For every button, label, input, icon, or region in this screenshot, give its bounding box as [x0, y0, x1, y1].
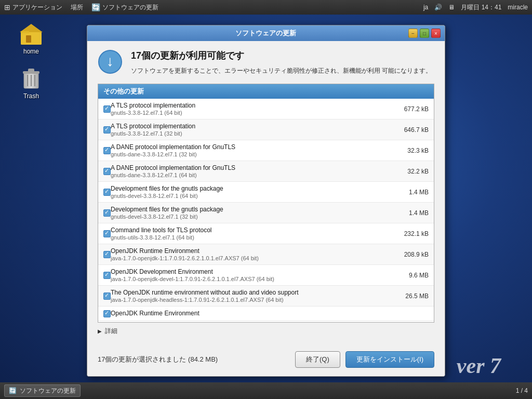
item-package: gnutls-3.3.8-12.el7.1 (32 bit): [111, 130, 387, 137]
network-icon[interactable]: 🖥: [448, 4, 455, 11]
item-name: OpenJDK Runtime Environment: [111, 247, 387, 255]
update-checkbox[interactable]: [103, 272, 111, 279]
item-info: OpenJDK Runtime Environmentjava-1.7.0-op…: [111, 247, 387, 261]
dialog-footer: 17個の更新が選択されました (84.2 MB) 終了(Q) 更新をインストール…: [87, 347, 445, 376]
taskbar-pager: 1 / 4: [516, 387, 528, 394]
item-name: A TLS protocol implementation: [111, 123, 387, 130]
lang-indicator[interactable]: ja: [423, 4, 428, 11]
update-checkbox[interactable]: [103, 251, 111, 258]
close-quit-button[interactable]: 終了(Q): [295, 351, 340, 368]
app-menu[interactable]: ⊞ アプリケーション: [4, 3, 62, 12]
dialog-titlebar: ソフトウェアの更新 − □ ×: [87, 25, 445, 41]
item-size: 646.7 kB: [387, 126, 429, 134]
item-size: 208.9 kB: [387, 251, 429, 258]
svg-text:↓: ↓: [107, 53, 114, 69]
update-checkbox[interactable]: [103, 126, 111, 134]
table-row[interactable]: Development files for the gnutls package…: [98, 182, 434, 203]
table-row[interactable]: Command line tools for TLS protocolgnutl…: [98, 223, 434, 244]
item-info: A DANE protocol implementation for GnuTL…: [111, 164, 387, 178]
item-package: gnutls-utils-3.3.8-12.el7.1 (64 bit): [111, 234, 387, 241]
item-name: A DANE protocol implementation for GnuTL…: [111, 143, 387, 151]
dialog-header: ↓ 17個の更新が利用可能です ソフトウェアを更新することで、エラーやセキュリテ…: [98, 49, 434, 75]
table-row[interactable]: A TLS protocol implementationgnutls-3.3.…: [98, 119, 434, 140]
taskbar-top: ⊞ アプリケーション 場所 🔄 ソフトウェアの更新 ja 🔊 🖥 月曜日 14：…: [0, 0, 532, 15]
update-list[interactable]: その他の更新 A TLS protocol implementationgnut…: [98, 84, 434, 323]
volume-icon[interactable]: 🔊: [434, 4, 442, 11]
update-checkbox[interactable]: [103, 189, 111, 196]
update-checkbox[interactable]: [103, 310, 111, 317]
item-package: gnutls-dane-3.3.8-12.el7.1 (64 bit): [111, 172, 387, 178]
item-package: gnutls-devel-3.3.8-12.el7.1 (64 bit): [111, 193, 387, 199]
item-name: A TLS protocol implementation: [111, 102, 387, 109]
details-label: 詳細: [105, 327, 117, 336]
update-checkbox[interactable]: [103, 105, 111, 113]
update-icon: ↓: [98, 49, 123, 74]
update-checkbox[interactable]: [103, 209, 111, 217]
taskbar-app-item[interactable]: 🔄 ソフトウェアの更新: [4, 384, 81, 397]
taskbar-app-label: ソフトウェアの更新: [20, 387, 76, 395]
install-button[interactable]: 更新をインストール(I): [345, 351, 434, 368]
item-info: The OpenJDK runtime environment without …: [111, 289, 387, 303]
item-package: java-1.7.0-openjdk-headless-1:1.7.0.91-2…: [111, 297, 387, 303]
taskbar-top-right: ja 🔊 🖥 月曜日 14：41 miracle: [423, 3, 528, 12]
table-row[interactable]: OpenJDK Development Environmentjava-1.7.…: [98, 265, 434, 286]
item-info: OpenJDK Development Environmentjava-1.7.…: [111, 268, 387, 282]
close-button[interactable]: ×: [431, 29, 441, 38]
update-checkbox[interactable]: [103, 147, 111, 154]
update-checkbox[interactable]: [103, 230, 111, 237]
item-package: java-1.7.0-openjdk-devel-1:1.7.0.91-2.6.…: [111, 276, 387, 282]
taskbar-bottom: 🔄 ソフトウェアの更新 1 / 4: [0, 382, 532, 399]
item-name: The OpenJDK runtime environment without …: [111, 289, 387, 296]
item-name: Development files for the gnutls package: [111, 185, 387, 192]
item-name: OpenJDK Development Environment: [111, 268, 387, 275]
header-text: 17個の更新が利用可能です ソフトウェアを更新することで、エラーやセキュリティ脆…: [131, 49, 432, 75]
description: ソフトウェアを更新することで、エラーやセキュリティ脆弱性が修正され、新機能が利用…: [131, 66, 432, 75]
table-row[interactable]: Development files for the gnutls package…: [98, 203, 434, 223]
item-info: Development files for the gnutls package…: [111, 185, 387, 199]
heading: 17個の更新が利用可能です: [131, 49, 432, 62]
item-package: gnutls-devel-3.3.8-12.el7.1 (32 bit): [111, 214, 387, 220]
footer-buttons: 終了(Q) 更新をインストール(I): [295, 351, 434, 368]
table-row[interactable]: A DANE protocol implementation for GnuTL…: [98, 161, 434, 182]
item-name: Development files for the gnutls package: [111, 206, 387, 213]
software-update-menu[interactable]: 🔄 ソフトウェアの更新: [91, 3, 158, 12]
item-info: A TLS protocol implementationgnutls-3.3.…: [111, 123, 387, 137]
dialog-title: ソフトウェアの更新: [123, 29, 408, 38]
details-arrow: ▶: [98, 328, 102, 334]
taskbar-top-left: ⊞ アプリケーション 場所 🔄 ソフトウェアの更新: [4, 3, 158, 12]
software-update-dialog: ソフトウェアの更新 − □ ×: [87, 25, 445, 377]
update-checkbox[interactable]: [103, 292, 111, 300]
table-row[interactable]: The OpenJDK runtime environment without …: [98, 286, 434, 307]
user-label: miracle: [508, 4, 528, 11]
item-size: 1.4 MB: [387, 189, 429, 196]
item-size: 26.5 MB: [387, 292, 429, 300]
footer-info: 17個の更新が選択されました (84.2 MB): [98, 355, 218, 364]
minimize-button[interactable]: −: [408, 29, 418, 38]
dialog-content: ↓ 17個の更新が利用可能です ソフトウェアを更新することで、エラーやセキュリテ…: [87, 41, 445, 347]
desktop: ⊞ アプリケーション 場所 🔄 ソフトウェアの更新 ja 🔊 🖥 月曜日 14：…: [0, 0, 532, 399]
dialog-controls: − □ ×: [408, 29, 441, 38]
item-name: A DANE protocol implementation for GnuTL…: [111, 164, 387, 171]
item-size: 677.2 kB: [387, 105, 429, 113]
item-name: Command line tools for TLS protocol: [111, 227, 387, 234]
update-checkbox[interactable]: [103, 168, 111, 175]
dialog-overlay: ソフトウェアの更新 − □ ×: [0, 15, 532, 382]
item-info: Command line tools for TLS protocolgnutl…: [111, 227, 387, 241]
table-row[interactable]: A DANE protocol implementation for GnuTL…: [98, 140, 434, 161]
maximize-button[interactable]: □: [420, 29, 429, 38]
item-name: OpenJDK Runtime Environment: [111, 310, 387, 317]
location-menu[interactable]: 場所: [71, 3, 83, 12]
table-row[interactable]: OpenJDK Runtime Environment: [98, 307, 434, 321]
datetime: 月曜日 14：41: [461, 3, 501, 12]
item-info: Development files for the gnutls package…: [111, 206, 387, 220]
details-section[interactable]: ▶ 詳細: [98, 323, 434, 339]
item-size: 9.6 MB: [387, 272, 429, 279]
item-size: 32.2 kB: [387, 168, 429, 175]
item-package: java-1.7.0-openjdk-1:1.7.0.91-2.6.2.1.0.…: [111, 255, 387, 261]
item-package: gnutls-dane-3.3.8-12.el7.1 (32 bit): [111, 151, 387, 157]
table-row[interactable]: OpenJDK Runtime Environmentjava-1.7.0-op…: [98, 244, 434, 265]
table-row[interactable]: A TLS protocol implementationgnutls-3.3.…: [98, 99, 434, 119]
item-size: 232.1 kB: [387, 230, 429, 237]
item-package: gnutls-3.3.8-12.el7.1 (64 bit): [111, 110, 387, 116]
item-info: A DANE protocol implementation for GnuTL…: [111, 143, 387, 157]
